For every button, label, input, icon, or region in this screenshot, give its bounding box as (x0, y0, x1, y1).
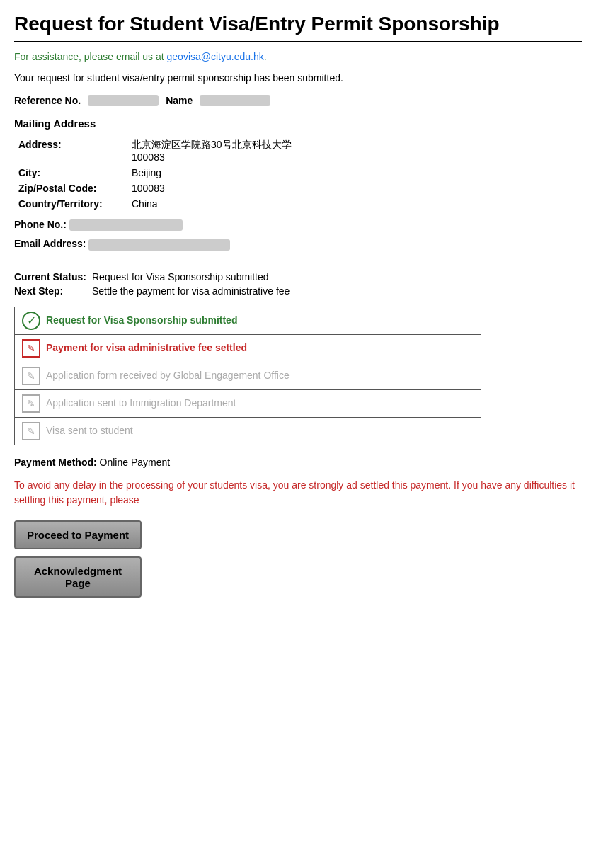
pencil-gray-icon: ✎ (22, 367, 40, 385)
email-addr-label: Email Address: (14, 238, 86, 249)
city-row: City: Beijing (14, 165, 582, 181)
step-row: ✎Application form received by Global Eng… (15, 362, 481, 389)
country-row: Country/Territory: China (14, 196, 582, 212)
step-text: Application form received by Global Enga… (46, 369, 290, 380)
assistance-message: For assistance, please email us at geovi… (14, 51, 582, 62)
check-icon: ✓ (22, 312, 40, 330)
mailing-address-title: Mailing Address (14, 118, 582, 130)
city-value: Beijing (127, 165, 582, 181)
current-status-value: Request for Visa Sponsorship submitted (92, 271, 269, 282)
warning-message: To avoid any delay in the processing of … (14, 478, 582, 508)
phone-label: Phone No.: (14, 219, 67, 230)
step-row: ✎Payment for visa administrative fee set… (15, 334, 481, 362)
page-title: Request for Student Visa/Entry Permit Sp… (14, 13, 582, 42)
city-label: City: (14, 165, 127, 181)
proceed-to-payment-button[interactable]: Proceed to Payment (14, 520, 142, 549)
submitted-message: Your request for student visa/entry perm… (14, 72, 582, 84)
next-step-value: Settle the payment for visa administrati… (92, 285, 290, 297)
pencil-gray-icon: ✎ (22, 422, 40, 440)
ref-name-row: Reference No. Name (14, 95, 582, 106)
next-step-row: Next Step: Settle the payment for visa a… (14, 285, 582, 297)
address-label: Address: (14, 137, 127, 165)
step-text: Visa sent to student (46, 424, 133, 435)
ref-label: Reference No. (14, 95, 81, 106)
step-row: ✎Application sent to Immigration Departm… (15, 389, 481, 417)
country-value: China (127, 196, 582, 212)
phone-row: Phone No.: (14, 219, 582, 231)
phone-value-redacted (69, 219, 183, 231)
email-link[interactable]: geovisa@cityu.edu.hk (167, 51, 264, 62)
email-value-redacted (88, 239, 230, 251)
address-value: 北京海淀区学院路30号北京科技大学 100083 (127, 137, 582, 165)
current-status-label: Current Status: (14, 271, 92, 282)
name-value-redacted (200, 95, 270, 106)
step-text: Request for Visa Sponsorship submitted (46, 314, 237, 325)
step-text: Payment for visa administrative fee sett… (46, 341, 247, 353)
address-section: Mailing Address Address: 北京海淀区学院路30号北京科技… (14, 118, 582, 251)
address-table: Address: 北京海淀区学院路30号北京科技大学 100083 City: … (14, 137, 582, 212)
country-label: Country/Territory: (14, 196, 127, 212)
name-label: Name (166, 95, 193, 106)
ref-value-redacted (88, 95, 159, 106)
current-status-row: Current Status: Request for Visa Sponsor… (14, 271, 582, 282)
steps-table: ✓Request for Visa Sponsorship submitted✎… (14, 307, 481, 445)
address-row: Address: 北京海淀区学院路30号北京科技大学 100083 (14, 137, 582, 165)
step-row: ✎Visa sent to student (15, 417, 481, 445)
payment-method-label: Payment Method: (14, 457, 97, 468)
zip-row: Zip/Postal Code: 100083 (14, 181, 582, 196)
zip-value: 100083 (127, 181, 582, 196)
payment-method-row: Payment Method: Online Payment (14, 457, 582, 468)
next-step-label: Next Step: (14, 285, 92, 297)
payment-method-value: Online Payment (100, 457, 171, 468)
step-row: ✓Request for Visa Sponsorship submitted (15, 307, 481, 334)
step-text: Application sent to Immigration Departme… (46, 396, 236, 408)
divider (14, 261, 582, 261)
email-row: Email Address: (14, 238, 582, 250)
acknowledgment-page-button[interactable]: Acknowledgment Page (14, 556, 142, 598)
zip-label: Zip/Postal Code: (14, 181, 127, 196)
pencil-red-icon: ✎ (22, 339, 40, 358)
pencil-gray-icon: ✎ (22, 394, 40, 413)
status-section: Current Status: Request for Visa Sponsor… (14, 271, 582, 297)
